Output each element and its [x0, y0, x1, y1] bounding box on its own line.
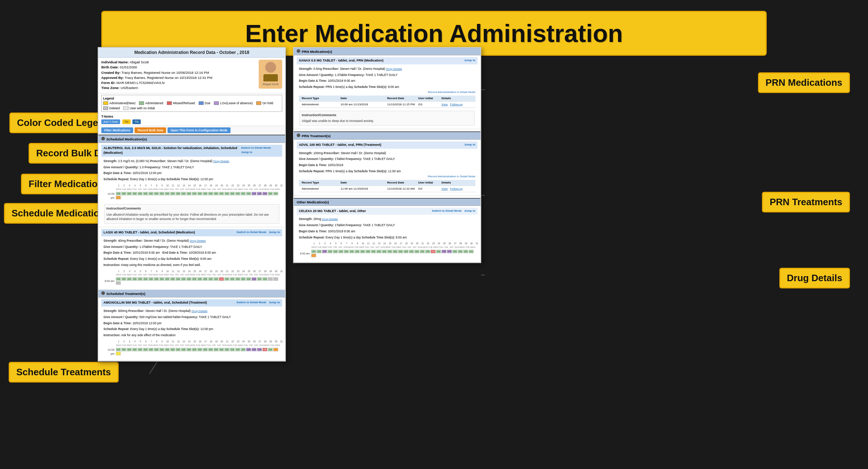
cell[interactable]: GS: [154, 348, 159, 351]
cell[interactable]: LOA: [322, 250, 327, 253]
celexa-drug-details-link[interactable]: Drug Details: [322, 217, 338, 221]
cell[interactable]: GS: [203, 192, 208, 195]
xanax-view-link[interactable]: View: [441, 103, 448, 106]
cell[interactable]: GS: [165, 277, 170, 281]
cell[interactable]: GS: [148, 277, 153, 281]
cell[interactable]: GS: [420, 250, 425, 253]
xanax-jump[interactable]: Jump to: [464, 58, 475, 63]
cell[interactable]: GS: [327, 250, 333, 253]
cell[interactable]: GS: [159, 348, 164, 351]
cell[interactable]: GS: [137, 348, 143, 351]
cell[interactable]: GS: [148, 348, 153, 351]
cell[interactable]: LOA: [441, 250, 446, 253]
cell[interactable]: GS: [230, 192, 235, 195]
cell[interactable]: GS: [159, 192, 164, 195]
cell[interactable]: RR: [262, 348, 267, 351]
cell[interactable]: GS: [121, 277, 126, 281]
cell[interactable]: GS: [186, 192, 191, 195]
filter-medications-button[interactable]: Filter Medications: [101, 127, 133, 133]
cell[interactable]: GS: [235, 348, 240, 351]
cell[interactable]: GS: [148, 192, 153, 195]
cell[interactable]: GS: [241, 192, 246, 195]
cell[interactable]: GS: [317, 250, 322, 253]
amoxicillin-switch[interactable]: Switch to Detail Mode Jump to: [237, 300, 280, 305]
cell[interactable]: GS: [469, 250, 474, 253]
cell[interactable]: GS: [376, 250, 381, 253]
cell[interactable]: GS: [165, 348, 170, 351]
cell[interactable]: GS: [387, 250, 392, 253]
cell[interactable]: GS: [175, 192, 181, 195]
cell[interactable]: [268, 277, 273, 281]
cell[interactable]: GS: [235, 192, 240, 195]
cell[interactable]: [116, 352, 121, 355]
cell[interactable]: GS: [344, 250, 349, 253]
cell[interactable]: LOA: [447, 250, 452, 253]
cell[interactable]: GS: [273, 192, 278, 195]
cell[interactable]: GS: [203, 277, 208, 281]
cell[interactable]: GS: [132, 277, 137, 281]
cell[interactable]: GS: [208, 277, 213, 281]
cell[interactable]: GS: [132, 192, 137, 195]
cell[interactable]: GS: [458, 250, 463, 253]
cell[interactable]: GS: [170, 348, 175, 351]
cell[interactable]: GS: [360, 250, 365, 253]
cell[interactable]: GS: [355, 250, 360, 253]
tn-button-2[interactable]: TN: [132, 119, 141, 124]
cell[interactable]: LOA: [246, 348, 251, 351]
advil-followup-link[interactable]: Follow-up: [450, 187, 463, 190]
cell[interactable]: GS: [224, 277, 229, 281]
cell[interactable]: GS: [186, 348, 191, 351]
cell[interactable]: GS: [371, 250, 376, 253]
cell[interactable]: LOA: [257, 192, 262, 195]
advil-jump[interactable]: Jump to: [464, 143, 475, 148]
cell[interactable]: GS: [143, 192, 148, 195]
cell[interactable]: GS: [175, 277, 181, 281]
xanax-drug-details-link[interactable]: Drug Details: [386, 67, 402, 71]
cell[interactable]: GS: [333, 250, 338, 253]
cell[interactable]: GS: [425, 250, 430, 253]
cell[interactable]: GS: [414, 250, 419, 253]
cell[interactable]: LOA: [262, 192, 267, 195]
cell[interactable]: GS: [213, 192, 219, 195]
cell[interactable]: LOA: [257, 348, 262, 351]
cell[interactable]: GS: [127, 277, 132, 281]
lasix-switch[interactable]: Switch to Detail Mode Jump to: [237, 230, 280, 235]
cell[interactable]: GS: [268, 192, 273, 195]
cell[interactable]: GS: [311, 250, 316, 253]
advil-view-link[interactable]: View: [441, 187, 448, 190]
xanax-followup-link[interactable]: Follow-up: [450, 103, 463, 106]
cell[interactable]: GS: [382, 250, 387, 253]
cell[interactable]: GS: [116, 348, 121, 351]
cell[interactable]: GS: [224, 192, 229, 195]
cell[interactable]: GS: [246, 192, 251, 195]
open-config-button[interactable]: Open This Form in Configuration Mode: [168, 127, 230, 133]
cell[interactable]: GS: [203, 348, 208, 351]
albuterol-switch[interactable]: Switch to Detail Mode Jump to: [241, 146, 280, 156]
record-bulk-data-button[interactable]: Record Bulk Data: [135, 127, 166, 133]
cell[interactable]: GS: [181, 348, 186, 351]
cell[interactable]: GS: [137, 277, 143, 281]
cell[interactable]: GS: [219, 348, 224, 351]
cell[interactable]: [273, 277, 278, 281]
cell[interactable]: GS: [143, 348, 148, 351]
cell[interactable]: GS: [257, 277, 262, 281]
cell[interactable]: GS: [349, 250, 354, 253]
cell[interactable]: GS: [230, 277, 235, 281]
albuterol-drug-details-link[interactable]: Drug Details: [213, 160, 229, 163]
cell[interactable]: LOA: [251, 192, 257, 195]
cell[interactable]: GS: [192, 348, 197, 351]
cell[interactable]: GS: [224, 348, 229, 351]
cell[interactable]: GS: [121, 348, 126, 351]
cell[interactable]: GS: [393, 250, 398, 253]
cell[interactable]: GS: [262, 277, 267, 281]
cell[interactable]: GS: [398, 250, 403, 253]
celexa-switch[interactable]: Switch to Detail Mode Jump to: [432, 209, 475, 214]
amoxicillin-drug-details-link[interactable]: Drug Details: [191, 309, 207, 313]
cell[interactable]: GS: [208, 348, 213, 351]
cell[interactable]: GS: [192, 277, 197, 281]
cell[interactable]: [273, 348, 278, 351]
cell[interactable]: LOA: [251, 348, 257, 351]
cell[interactable]: GS: [159, 277, 164, 281]
cell[interactable]: GS: [241, 277, 246, 281]
cell[interactable]: GS: [452, 250, 457, 253]
